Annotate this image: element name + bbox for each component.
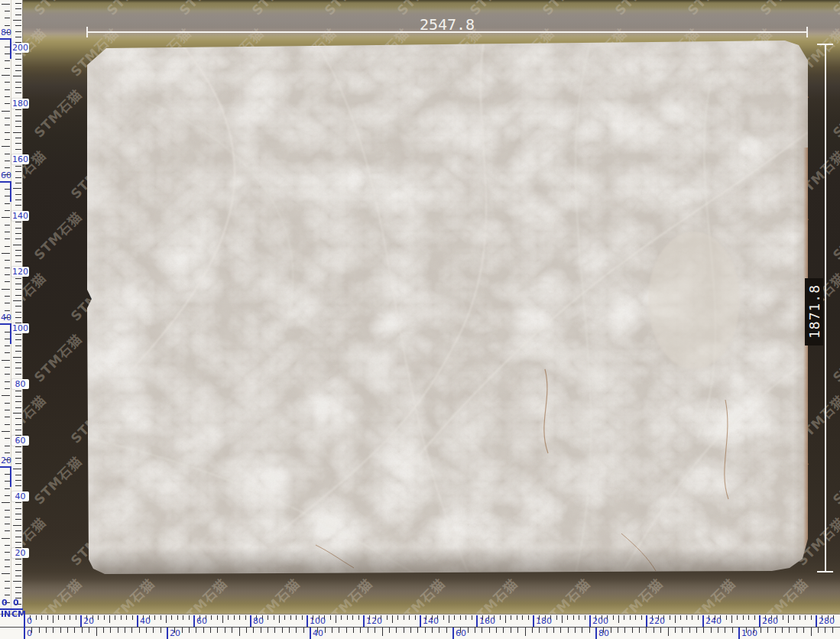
ruler-tick [15, 289, 21, 290]
ruler-tick [465, 615, 466, 620]
ruler-tick [805, 615, 806, 620]
ruler-tick [13, 581, 21, 582]
ruler-label: 40 [11, 491, 29, 501]
ruler-tick [15, 92, 21, 93]
ruler-tick [183, 615, 183, 620]
ruler-tick [404, 615, 404, 620]
ruler-tick [767, 628, 768, 633]
ruler-tick [611, 628, 611, 633]
ruler-tick [193, 615, 195, 627]
ruler-tick [15, 138, 21, 138]
ruler-tick [253, 628, 254, 633]
ruler-tick [539, 628, 540, 633]
ruler-tick [15, 351, 21, 352]
ruler-tick [15, 368, 21, 368]
ruler-tick [15, 295, 21, 296]
ruler-tick [279, 615, 280, 623]
ruler-tick [341, 615, 342, 620]
ruler-tick [67, 628, 68, 633]
ruler-tick [799, 615, 800, 620]
ruler-tick [811, 628, 812, 636]
ruler-label: 100 [310, 617, 326, 626]
ruler-tick [15, 183, 21, 183]
ruler-tick [692, 615, 692, 620]
ruler-tick [53, 628, 54, 633]
ruler-tick [15, 312, 21, 313]
ruler-tick [5, 595, 10, 595]
ruler-tick [15, 334, 21, 335]
ruler-tick [562, 615, 563, 623]
ruler-tick [505, 615, 506, 623]
ruler-tick [58, 615, 59, 620]
ruler-tick [15, 109, 21, 110]
ruler-tick [532, 628, 533, 633]
ruler-tick [15, 8, 21, 9]
ruler-tick [103, 628, 104, 633]
ruler-tick [210, 628, 211, 633]
ruler-tick [5, 374, 10, 375]
ruler-tick [5, 11, 10, 11]
ruler-tick [139, 628, 140, 633]
ruler-label: 20 [83, 617, 94, 626]
ruler-tick [702, 615, 704, 627]
ruler-tick [496, 628, 497, 633]
ruler-tick [803, 628, 804, 633]
ruler-label: 40 [313, 629, 323, 638]
ruler-tick [5, 189, 10, 190]
ruler-label: 20 [1, 456, 11, 465]
ruler-tick [425, 628, 426, 633]
ruler-tick [689, 628, 690, 633]
ruler-tick [2, 431, 10, 432]
ruler-tick [2, 538, 10, 539]
ruler-tick [528, 615, 529, 620]
ruler-tick [15, 424, 21, 425]
ruler-tick [15, 587, 21, 588]
ruler-label: 0 [27, 617, 32, 626]
ruler-tick [5, 82, 10, 83]
ruler-tick [789, 628, 790, 633]
ruler-tick [290, 615, 291, 620]
ruler-tick [15, 261, 21, 262]
ruler-label: 120 [11, 267, 29, 277]
ruler-tick [232, 628, 232, 633]
ruler-tick [410, 628, 411, 633]
ruler-tick [5, 474, 10, 475]
ruler-tick [339, 628, 339, 633]
ruler-zero-tick [24, 615, 25, 639]
ruler-tick [675, 615, 676, 623]
ruler-tick [15, 604, 21, 605]
ruler-tick [104, 615, 105, 620]
ruler-tick [261, 628, 261, 633]
ruler-tick [15, 537, 21, 537]
ruler-tick [5, 89, 10, 90]
ruler-tick [15, 598, 21, 598]
ruler-tick [146, 628, 147, 633]
ruler-tick [825, 628, 825, 633]
ruler-tick [5, 367, 10, 368]
ruler-tick [15, 37, 21, 37]
ruler-tick [2, 146, 10, 147]
ruler-tick [15, 121, 21, 122]
ruler-tick [15, 475, 21, 475]
ruler-tick [15, 592, 21, 593]
ruler-tick [589, 628, 590, 633]
ruler-tick [2, 360, 10, 361]
ruler-tick [346, 628, 347, 633]
ruler-tick [15, 222, 21, 222]
ruler-tick [284, 615, 285, 620]
ruler-tick [420, 615, 421, 627]
ruler-tick [82, 628, 83, 633]
ruler-tick [2, 573, 10, 574]
ruler-tick [15, 418, 21, 419]
ruler-tick [5, 352, 10, 353]
ruler-tick [5, 381, 10, 382]
ruler-tick [353, 628, 354, 633]
ruler-tick [5, 125, 10, 125]
ruler-tick [472, 615, 472, 620]
ruler-tick [310, 628, 311, 639]
ruler-tick [363, 615, 365, 627]
ruler-tick [13, 132, 21, 133]
ruler-tick [387, 615, 388, 620]
ruler-tick [325, 628, 326, 633]
ruler-tick [392, 615, 393, 623]
